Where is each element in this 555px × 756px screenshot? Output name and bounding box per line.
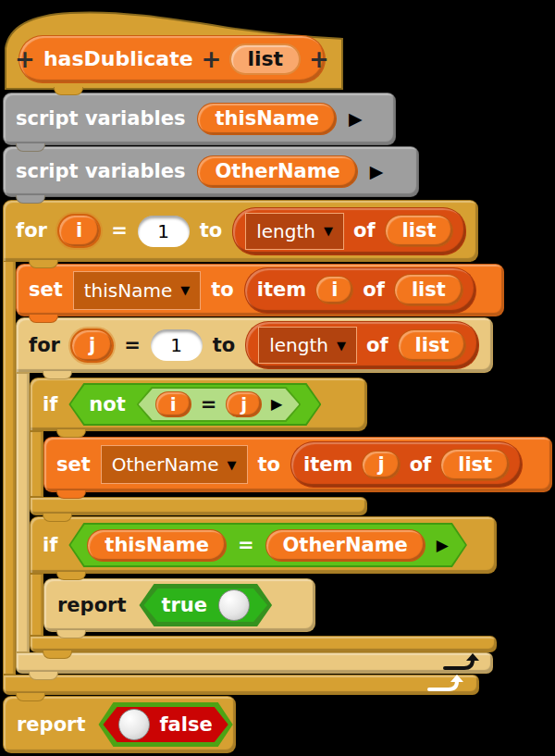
to-label: to [213,336,235,355]
puzzle-notch [29,260,58,268]
variable-list[interactable]: list [394,274,463,306]
puzzle-notch [43,514,72,522]
equals-label: = [111,221,128,241]
chevron-down-icon: ▼ [324,224,333,238]
add-param-icon[interactable]: + [202,47,222,71]
puzzle-notch [16,195,45,204]
report-true-block[interactable]: report true [43,578,315,632]
to-label: to [211,280,233,300]
variable-thisname[interactable]: thisName [197,103,337,135]
add-param-icon[interactable]: + [309,47,329,71]
start-value-input[interactable]: 1 [138,216,190,247]
block-label: script variables [16,109,185,129]
variable-list[interactable]: list [398,329,467,362]
puzzle-notch [56,630,86,638]
add-input-icon[interactable]: ▶ [437,538,449,553]
puzzle-notch [16,693,45,701]
of-label: of [410,455,432,475]
block-label: report [17,715,85,735]
dropdown-value: length [256,220,315,242]
block-label: for [16,221,47,241]
loop-counter-j[interactable]: j [70,328,114,363]
equals-label: = [201,395,217,415]
equals-predicate[interactable]: thisName = OtherName ▶ [68,523,467,567]
if-equal-block[interactable]: if thisName = OtherName ▶ [30,516,497,574]
variable-thisname[interactable]: thisName [87,529,227,562]
attribute-dropdown[interactable]: length ▼ [258,327,357,364]
boolean-true-toggle[interactable]: true [139,584,272,626]
block-label: if [43,536,57,555]
not-label: not [89,395,125,415]
variable-dropdown[interactable]: thisName ▼ [73,271,202,310]
for-i-block[interactable]: for i = 1 to length ▼ of list [3,200,478,262]
puzzle-notch [29,672,58,680]
false-label: false [159,715,212,735]
start-value-input[interactable]: 1 [151,329,203,361]
equals-predicate[interactable]: i = j ▶ [137,387,302,422]
if-equal-bottom-bar[interactable] [30,636,497,652]
for-j-c-slot-wall [16,373,30,652]
of-label: of [366,336,388,355]
add-variable-icon[interactable]: ▶ [349,110,363,128]
variable-othername[interactable]: OtherName [197,155,357,188]
custom-block-name: hasDublicate [43,49,193,69]
dropdown-value: OtherName [112,453,219,476]
puzzle-notch [43,371,72,379]
for-i-bottom-bar[interactable] [3,675,479,695]
item-label: item [257,280,306,300]
custom-block-prototype[interactable]: + hasDublicate + list + [18,35,326,83]
variable-list[interactable]: list [440,449,510,481]
loop-counter-i[interactable]: i [57,214,101,248]
if-not-block[interactable]: if not i = j ▶ [30,378,367,431]
input-name-list[interactable]: list [229,43,301,75]
snap-script-canvas: + hasDublicate + list + script variables… [0,0,555,756]
for-j-bottom-bar[interactable] [16,652,493,674]
variable-i[interactable]: i [155,391,191,417]
script-variables-block-2[interactable]: script variables OtherName ▶ [3,146,419,197]
block-label: set [29,280,63,300]
item-of-list-reporter[interactable]: item i of list [244,267,476,314]
variable-j[interactable]: j [362,451,400,479]
chevron-down-icon: ▼ [180,283,190,297]
dropdown-value: length [269,334,328,356]
dropdown-value: thisName [84,279,173,302]
of-label: of [363,280,385,300]
chevron-down-icon: ▼ [228,458,237,472]
set-thisname-block[interactable]: set thisName ▼ to item i of list [16,264,504,316]
add-param-icon[interactable]: + [15,47,35,71]
toggle-knob[interactable] [218,589,250,621]
puzzle-notch [56,490,86,499]
length-of-list-reporter[interactable]: length ▼ of list [232,207,466,255]
to-label: to [258,455,280,475]
not-predicate[interactable]: not i = j ▶ [68,383,321,426]
variable-dropdown[interactable]: OtherName ▼ [101,445,248,484]
boolean-false-toggle[interactable]: false [98,702,232,747]
puzzle-notch [54,87,83,95]
for-j-block[interactable]: for j = 1 to length ▼ of list [16,317,493,373]
true-label: true [161,596,207,615]
variable-list[interactable]: list [385,215,454,247]
length-of-list-reporter[interactable]: length ▼ of list [245,321,479,369]
loop-arrow-icon [426,675,463,692]
script-variables-block-1[interactable]: script variables thisName ▶ [3,93,396,145]
puzzle-notch [29,315,58,323]
puzzle-notch [43,651,72,659]
report-false-block[interactable]: report false [3,696,236,753]
item-label: item [303,455,352,475]
block-label: for [29,336,60,355]
variable-othername[interactable]: OtherName [265,529,426,562]
if-not-bottom-bar[interactable] [30,497,367,515]
toggle-knob[interactable] [118,709,150,740]
variable-i[interactable]: i [315,276,353,304]
add-variable-icon[interactable]: ▶ [370,163,384,180]
item-of-list-reporter[interactable]: item j of list [290,441,523,488]
attribute-dropdown[interactable]: length ▼ [245,213,344,250]
for-i-c-slot-wall [3,261,16,675]
if-equal-c-slot-wall [30,574,43,636]
variable-j[interactable]: j [226,391,262,417]
set-othername-block[interactable]: set OtherName ▼ to item j of list [43,437,552,492]
block-label: set [56,455,91,475]
if-not-c-slot-wall [30,431,43,497]
add-input-icon[interactable]: ▶ [271,397,282,412]
equals-label: = [124,336,141,355]
